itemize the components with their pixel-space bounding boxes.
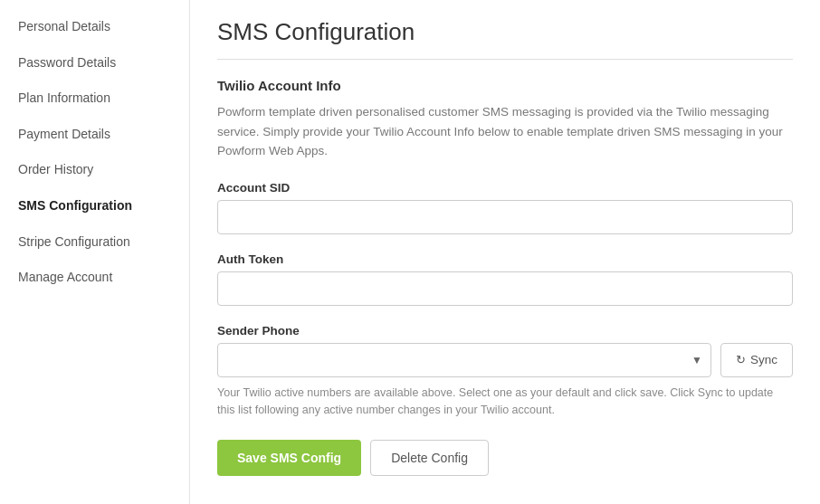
divider — [217, 59, 793, 60]
sender-phone-row: ▼ ↻ Sync — [217, 343, 793, 377]
sender-phone-select[interactable] — [217, 343, 711, 377]
sidebar: Personal DetailsPassword DetailsPlan Inf… — [0, 0, 190, 504]
sync-button[interactable]: ↻ Sync — [720, 343, 793, 377]
sidebar-item-payment-details[interactable]: Payment Details — [0, 117, 189, 153]
account-sid-label: Account SID — [217, 181, 793, 195]
sender-phone-helper: Your Twilio active numbers are available… — [217, 385, 793, 419]
save-sms-config-button[interactable]: Save SMS Config — [217, 440, 361, 476]
sidebar-item-plan-information[interactable]: Plan Information — [0, 81, 189, 117]
auth-token-label: Auth Token — [217, 252, 793, 266]
sender-phone-select-wrapper: ▼ — [217, 343, 711, 377]
sender-phone-label: Sender Phone — [217, 324, 793, 338]
sync-icon: ↻ — [736, 353, 746, 366]
auth-token-group: Auth Token — [217, 252, 793, 306]
main-content: SMS Configuration Twilio Account Info Po… — [190, 0, 820, 504]
sidebar-item-personal-details[interactable]: Personal Details — [0, 9, 189, 45]
sync-button-label: Sync — [750, 353, 777, 366]
delete-config-button[interactable]: Delete Config — [370, 440, 489, 476]
section-title: Twilio Account Info — [217, 78, 793, 93]
auth-token-input[interactable] — [217, 271, 793, 306]
sidebar-item-order-history[interactable]: Order History — [0, 152, 189, 188]
sidebar-item-stripe-configuration[interactable]: Stripe Configuration — [0, 224, 189, 261]
sidebar-item-manage-account[interactable]: Manage Account — [0, 260, 189, 296]
account-sid-input[interactable] — [217, 200, 793, 234]
sidebar-item-sms-configuration[interactable]: SMS Configuration — [0, 188, 189, 224]
section-desc: Powform template driven personalised cus… — [217, 102, 793, 161]
sender-phone-group: Sender Phone ▼ ↻ Sync Your Twilio active… — [217, 324, 793, 419]
account-sid-group: Account SID — [217, 181, 793, 234]
page-title: SMS Configuration — [217, 18, 793, 46]
button-row: Save SMS Config Delete Config — [217, 440, 793, 476]
sidebar-item-password-details[interactable]: Password Details — [0, 45, 189, 81]
